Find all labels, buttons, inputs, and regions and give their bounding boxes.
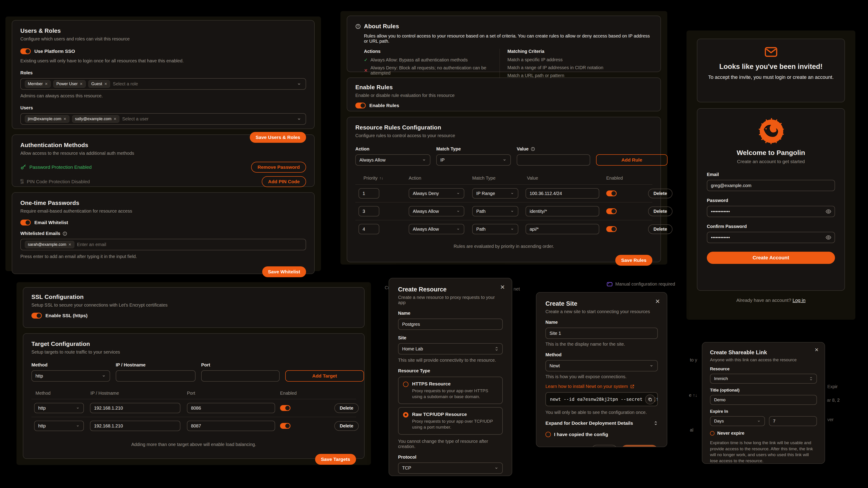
add-pin-code-button[interactable]: Add PIN Code [262,176,306,187]
users-multiselect[interactable]: jim@example.com✕ sally@example.com✕ Sele… [20,113,306,125]
link-resource-select[interactable]: Immich [710,374,817,384]
add-rule-button[interactable]: Add Rule [596,154,668,166]
site-method-select[interactable]: Newt [546,360,658,371]
users-placeholder: Select a user [122,116,149,122]
confirm-password-field[interactable] [707,232,835,243]
password-field[interactable] [707,206,835,217]
role-chip[interactable]: Guest✕ [88,80,110,88]
platform-sso-toggle[interactable] [20,48,31,54]
row-method-select[interactable]: http [34,421,84,431]
close-button[interactable]: Close [591,445,618,447]
chip-remove-icon[interactable]: ✕ [114,117,116,121]
delete-target-button[interactable]: Delete [334,403,359,413]
delete-rule-button[interactable]: Delete [648,224,673,234]
save-targets-button[interactable]: Save Targets [315,454,356,465]
row-action-select[interactable]: Always Allow [409,206,464,217]
method-select[interactable]: http [31,370,110,382]
target-enabled-toggle[interactable] [280,405,290,411]
chevron-updown-icon [654,421,658,426]
save-users-roles-button[interactable]: Save Users & Roles [250,132,306,143]
role-chip[interactable]: Member✕ [25,80,51,88]
login-link[interactable]: Log in [793,297,805,303]
priority-input[interactable] [359,188,379,199]
target-table-row: http Delete [31,417,356,435]
tcp-resource-option[interactable]: Raw TCP/UDP Resource Proxy requests to y… [398,407,503,434]
user-chip[interactable]: sally@example.com✕ [72,115,120,123]
delete-rule-button[interactable]: Delete [648,206,673,216]
row-matchtype-select[interactable]: IP Range [472,188,518,199]
learn-newt-link[interactable]: Learn how to install Newt on your system [546,384,628,389]
auth-methods-description: Allow access to the resource via additio… [20,151,306,156]
row-action-select[interactable]: Always Allow [409,224,464,234]
priority-input[interactable] [359,206,379,217]
criteria-item: Match a specific IP address [507,57,652,62]
chevron-down-icon [494,466,499,470]
row-value-input[interactable] [526,206,599,217]
rule-matchtype-select[interactable]: IP [436,154,511,166]
row-value-input[interactable] [526,224,599,234]
protocol-select[interactable]: TCP [398,462,503,474]
roles-multiselect[interactable]: Member✕ Power User✕ Guest✕ Select a role [20,78,306,90]
row-value-input[interactable] [526,188,599,199]
whitelist-email-input[interactable]: sarah@example.com✕ Enter an email [20,239,306,250]
rule-action-select[interactable]: Always Allow [355,154,430,166]
eye-icon[interactable] [826,208,831,215]
expire-unit-select[interactable]: Days [710,416,765,426]
priority-input[interactable] [359,224,379,234]
create-account-button[interactable]: Create Account [707,252,835,264]
https-resource-option[interactable]: HTTPS Resource Proxy requests to your ap… [398,377,503,404]
target-enabled-toggle[interactable] [280,423,290,429]
site-name-input[interactable] [546,328,658,339]
remove-password-button[interactable]: Remove Password [251,162,306,173]
rule-value-input[interactable] [517,154,590,166]
resource-site-select[interactable]: Home Lab [398,343,503,355]
save-whitelist-button[interactable]: Save Whitelist [262,266,306,277]
rule-enabled-toggle[interactable] [606,191,617,196]
chip-remove-icon[interactable]: ✕ [104,82,107,86]
add-target-button[interactable]: Add Target [285,370,364,382]
create-site-button[interactable]: Create Site [621,445,658,447]
email-field[interactable] [707,180,835,191]
radio-selected-icon[interactable] [403,412,408,418]
enable-ssl-toggle[interactable] [31,313,42,319]
role-chip[interactable]: Power User✕ [53,80,86,88]
never-expire-option[interactable]: Never expire [710,431,817,436]
chip-remove-icon[interactable]: ✕ [63,117,66,121]
close-icon[interactable]: ✕ [655,298,660,304]
delete-target-button[interactable]: Delete [334,421,359,431]
expire-value-input[interactable] [769,416,817,426]
row-method-select[interactable]: http [34,403,84,413]
enable-rules-toggle[interactable] [355,103,366,108]
link-title-input[interactable] [710,395,817,405]
ip-hostname-input[interactable] [116,370,195,382]
row-port-input[interactable] [187,421,275,431]
email-chip[interactable]: sarah@example.com✕ [25,241,74,248]
radio-icon[interactable] [546,432,551,437]
radio-icon[interactable] [403,382,408,387]
row-matchtype-select[interactable]: Path [472,224,518,234]
rule-enabled-toggle[interactable] [606,208,617,214]
chip-remove-icon[interactable]: ✕ [80,82,83,86]
close-icon[interactable]: ✕ [500,284,505,290]
priority-header[interactable]: Priority↑↓ [355,175,409,181]
user-chip[interactable]: jim@example.com✕ [25,115,69,123]
row-port-input[interactable] [187,403,275,413]
row-ip-input[interactable] [90,421,180,431]
save-rules-button[interactable]: Save Rules [615,255,652,266]
chip-remove-icon[interactable]: ✕ [68,242,71,247]
copied-config-option[interactable]: I have copied the config [546,432,658,437]
row-action-select[interactable]: Always Deny [409,188,464,199]
radio-icon[interactable] [710,431,715,435]
copy-button[interactable] [645,394,655,404]
close-icon[interactable]: ✕ [815,348,819,352]
eye-icon[interactable] [826,234,831,240]
row-matchtype-select[interactable]: Path [472,206,518,217]
port-input[interactable] [201,370,280,382]
docker-expand-row[interactable]: Expand for Docker Deployment Details [546,420,658,426]
email-whitelist-toggle[interactable] [20,220,31,225]
row-ip-input[interactable] [90,403,180,413]
chip-remove-icon[interactable]: ✕ [45,82,48,86]
rule-enabled-toggle[interactable] [606,226,617,232]
resource-name-input[interactable] [398,319,503,330]
delete-rule-button[interactable]: Delete [648,189,673,198]
